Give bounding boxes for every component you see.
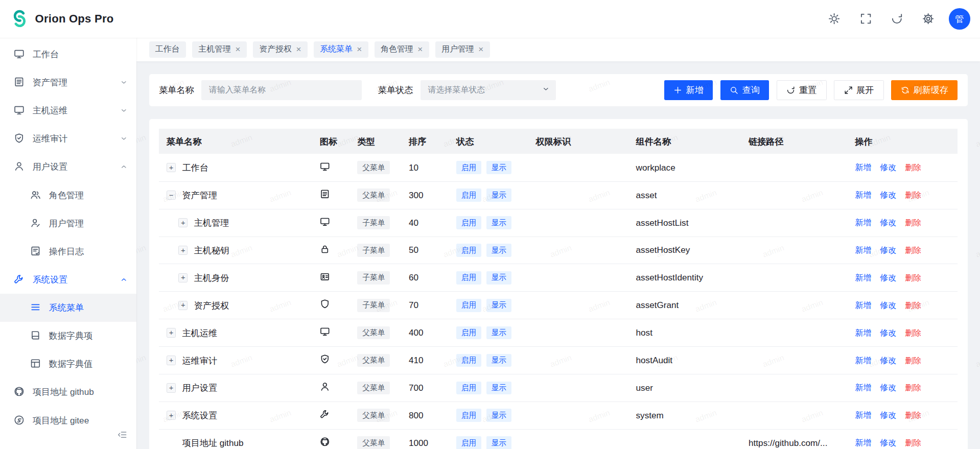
- reset-button[interactable]: 重置: [777, 80, 827, 100]
- status-tag[interactable]: 启用: [456, 216, 481, 229]
- row-add-link[interactable]: 新增: [855, 438, 871, 447]
- row-edit-link[interactable]: 修改: [880, 383, 896, 392]
- row-add-link[interactable]: 新增: [855, 411, 871, 419]
- row-add-link[interactable]: 新增: [855, 328, 871, 337]
- sidebar-item[interactable]: 项目地址 github: [0, 378, 136, 406]
- status-tag[interactable]: 显示: [486, 161, 511, 174]
- status-tag[interactable]: 启用: [456, 271, 481, 285]
- row-edit-link[interactable]: 修改: [880, 273, 896, 282]
- tab-item[interactable]: 资产授权×: [253, 41, 308, 58]
- row-delete-link[interactable]: 删除: [905, 218, 921, 227]
- sidebar-subitem[interactable]: 数据字典值: [0, 350, 136, 378]
- status-tag[interactable]: 显示: [486, 244, 511, 257]
- status-tag[interactable]: 显示: [486, 436, 511, 449]
- tab-close-icon[interactable]: ×: [357, 45, 362, 54]
- settings-gear-icon[interactable]: [918, 8, 939, 30]
- row-delete-link[interactable]: 删除: [905, 411, 921, 419]
- expand-button[interactable]: 展开: [834, 80, 884, 100]
- status-tag[interactable]: 启用: [456, 161, 481, 174]
- tab-item[interactable]: 用户管理×: [435, 41, 490, 58]
- tab-close-icon[interactable]: ×: [478, 45, 483, 54]
- brand[interactable]: Orion Ops Pro: [10, 9, 114, 28]
- row-edit-link[interactable]: 修改: [880, 191, 896, 199]
- row-edit-link[interactable]: 修改: [880, 218, 896, 227]
- row-expander-icon[interactable]: +: [178, 301, 188, 310]
- sidebar-subitem[interactable]: 系统菜单: [0, 294, 136, 322]
- refresh-cache-button[interactable]: 刷新缓存: [891, 80, 958, 100]
- sidebar-subitem[interactable]: 操作日志: [0, 237, 136, 265]
- row-delete-link[interactable]: 删除: [905, 438, 921, 447]
- row-add-link[interactable]: 新增: [855, 246, 871, 254]
- fullscreen-icon[interactable]: [855, 8, 876, 30]
- row-expander-icon[interactable]: +: [178, 273, 188, 282]
- status-tag[interactable]: 显示: [486, 271, 511, 285]
- row-delete-link[interactable]: 删除: [905, 301, 921, 310]
- row-edit-link[interactable]: 修改: [880, 356, 896, 365]
- row-delete-link[interactable]: 删除: [905, 163, 921, 172]
- tab-close-icon[interactable]: ×: [417, 45, 423, 54]
- status-tag[interactable]: 启用: [456, 436, 481, 449]
- row-edit-link[interactable]: 修改: [880, 246, 896, 254]
- sidebar-item[interactable]: 运维审计: [0, 125, 136, 153]
- row-add-link[interactable]: 新增: [855, 301, 871, 310]
- status-tag[interactable]: 启用: [456, 188, 481, 202]
- row-expander-icon[interactable]: +: [167, 383, 176, 392]
- row-add-link[interactable]: 新增: [855, 273, 871, 282]
- row-add-link[interactable]: 新增: [855, 356, 871, 365]
- collapse-sidebar-icon[interactable]: [115, 428, 129, 442]
- user-avatar[interactable]: 管: [949, 8, 970, 30]
- status-tag[interactable]: 启用: [456, 299, 481, 312]
- row-edit-link[interactable]: 修改: [880, 411, 896, 419]
- row-expander-icon[interactable]: +: [167, 163, 176, 172]
- status-tag[interactable]: 启用: [456, 382, 481, 395]
- tab-close-icon[interactable]: ×: [235, 45, 240, 54]
- status-tag[interactable]: 显示: [486, 326, 511, 340]
- row-edit-link[interactable]: 修改: [880, 328, 896, 337]
- row-expander-icon[interactable]: +: [178, 218, 188, 227]
- menu-status-select[interactable]: 请选择菜单状态: [421, 80, 556, 100]
- row-add-link[interactable]: 新增: [855, 191, 871, 199]
- row-add-link[interactable]: 新增: [855, 163, 871, 172]
- row-delete-link[interactable]: 删除: [905, 273, 921, 282]
- status-tag[interactable]: 启用: [456, 409, 481, 422]
- refresh-icon[interactable]: [886, 8, 908, 30]
- theme-icon[interactable]: [824, 8, 845, 30]
- status-tag[interactable]: 显示: [486, 188, 511, 202]
- menu-name-input[interactable]: [201, 80, 362, 100]
- sidebar-item[interactable]: 工作台: [0, 40, 136, 68]
- row-delete-link[interactable]: 删除: [905, 383, 921, 392]
- sidebar-item[interactable]: 主机运维: [0, 97, 136, 125]
- status-tag[interactable]: 启用: [456, 244, 481, 257]
- status-tag[interactable]: 显示: [486, 382, 511, 395]
- row-add-link[interactable]: 新增: [855, 218, 871, 227]
- tab-close-icon[interactable]: ×: [296, 45, 301, 54]
- tab-item[interactable]: 工作台: [149, 41, 186, 58]
- row-edit-link[interactable]: 修改: [880, 163, 896, 172]
- row-expander-icon[interactable]: −: [167, 191, 176, 200]
- row-delete-link[interactable]: 删除: [905, 356, 921, 365]
- row-edit-link[interactable]: 修改: [880, 301, 896, 310]
- row-add-link[interactable]: 新增: [855, 383, 871, 392]
- status-tag[interactable]: 显示: [486, 216, 511, 229]
- row-expander-icon[interactable]: +: [178, 246, 188, 255]
- row-edit-link[interactable]: 修改: [880, 438, 896, 447]
- status-tag[interactable]: 启用: [456, 354, 481, 367]
- add-button[interactable]: 新增: [664, 80, 713, 100]
- row-expander-icon[interactable]: +: [167, 411, 176, 420]
- sidebar-subitem[interactable]: 用户管理: [0, 209, 136, 237]
- row-delete-link[interactable]: 删除: [905, 246, 921, 254]
- row-delete-link[interactable]: 删除: [905, 191, 921, 199]
- tab-item[interactable]: 角色管理×: [375, 41, 429, 58]
- sidebar-subitem[interactable]: 角色管理: [0, 181, 136, 209]
- row-expander-icon[interactable]: +: [167, 356, 176, 365]
- status-tag[interactable]: 显示: [486, 409, 511, 422]
- tab-item[interactable]: 主机管理×: [192, 41, 247, 58]
- sidebar-item[interactable]: 资产管理: [0, 68, 136, 97]
- search-button[interactable]: 查询: [720, 80, 769, 100]
- sidebar-subitem[interactable]: 数据字典项: [0, 322, 136, 350]
- status-tag[interactable]: 显示: [486, 354, 511, 367]
- row-delete-link[interactable]: 删除: [905, 328, 921, 337]
- status-tag[interactable]: 显示: [486, 299, 511, 312]
- sidebar-item[interactable]: 系统设置: [0, 265, 136, 293]
- row-expander-icon[interactable]: +: [167, 328, 176, 337]
